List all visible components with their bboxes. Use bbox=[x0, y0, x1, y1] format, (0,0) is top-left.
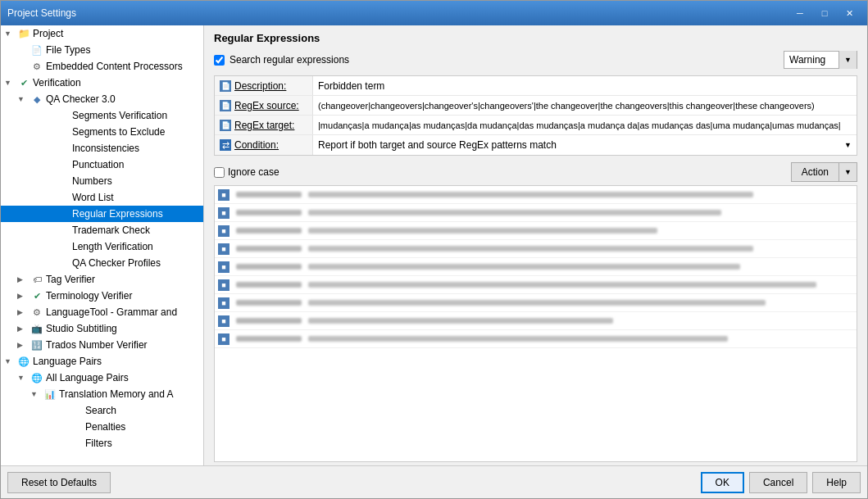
tree-item-languagetool[interactable]: ▶ ⚙ LanguageTool - Grammar and bbox=[1, 304, 203, 320]
tree-arrow-tmem: ▼ bbox=[30, 390, 43, 398]
table-row[interactable]: ■ bbox=[215, 276, 857, 294]
tree-item-verification[interactable]: ▼ ✔ Verification bbox=[1, 75, 203, 91]
tree-item-translation-memory[interactable]: ▼ 📊 Translation Memory and A bbox=[1, 386, 203, 402]
tree-item-terminology-verifier[interactable]: ▶ ✔ Terminology Verifier bbox=[1, 288, 203, 304]
tree-item-search[interactable]: Search bbox=[1, 402, 203, 419]
tree-label-file-types: File Types bbox=[46, 44, 90, 56]
table-row[interactable]: ■ bbox=[215, 240, 857, 258]
description-field-icon: 📄 bbox=[220, 80, 231, 92]
warning-dropdown-arrow[interactable]: ▼ bbox=[838, 51, 857, 69]
table-row-col1 bbox=[236, 210, 302, 215]
dash-icon-search bbox=[70, 404, 83, 417]
ignore-case-label: Ignore case bbox=[228, 166, 279, 178]
regex-source-value-text: (changeover|changeovers|changeover's|cha… bbox=[318, 101, 815, 111]
tree-item-all-language-pairs[interactable]: ▼ 🌐 All Language Pairs bbox=[1, 370, 203, 386]
table-row[interactable]: ■ bbox=[215, 258, 857, 276]
dash-icon-incon bbox=[57, 142, 70, 155]
tree-arrow-termv: ▶ bbox=[17, 292, 30, 300]
minimize-button[interactable]: ─ bbox=[788, 5, 811, 21]
action-button[interactable]: Action bbox=[791, 162, 839, 182]
maximize-button[interactable]: □ bbox=[813, 5, 836, 21]
action-dropdown-button[interactable]: ▼ bbox=[839, 162, 857, 182]
qa-icon: ◆ bbox=[30, 93, 43, 106]
tree-label-numbers: Numbers bbox=[72, 175, 112, 187]
tag-icon-tv: 🏷 bbox=[30, 273, 43, 286]
dash-icon-filters bbox=[70, 437, 83, 450]
gear-icon-embedded: ⚙ bbox=[30, 60, 43, 73]
tree-item-qa-profiles[interactable]: QA Checker Profiles bbox=[1, 255, 203, 271]
tree-item-file-types[interactable]: 📄 File Types bbox=[1, 42, 203, 58]
reset-defaults-button[interactable]: Reset to Defaults bbox=[7, 472, 111, 493]
tree-item-project[interactable]: ▼ 📁 Project bbox=[1, 25, 203, 42]
tree-item-regular-expressions[interactable]: Regular Expressions bbox=[1, 206, 203, 222]
help-button[interactable]: Help bbox=[812, 472, 861, 493]
table-row-icon: ■ bbox=[218, 279, 229, 291]
tree-item-numbers[interactable]: Numbers bbox=[1, 173, 203, 189]
tree-label-all-language-pairs: All Language Pairs bbox=[46, 372, 129, 383]
tree-item-embedded[interactable]: ⚙ Embedded Content Processors bbox=[1, 58, 203, 75]
tree-item-trados-number[interactable]: ▶ 🔢 Trados Number Verifier bbox=[1, 337, 203, 353]
table-row-col2 bbox=[308, 282, 816, 288]
data-table-container[interactable]: ■■■■■■■■■ bbox=[214, 185, 857, 462]
bottom-right: OK Cancel Help bbox=[701, 472, 861, 493]
dash-icon-sv bbox=[57, 109, 70, 122]
tree-arrow-lp: ▼ bbox=[4, 357, 17, 365]
tree-item-studio-subtitling[interactable]: ▶ 📺 Studio Subtitling bbox=[1, 320, 203, 337]
condition-value[interactable]: Report if both target and source RegEx p… bbox=[313, 135, 857, 155]
tree-label-languagetool: LanguageTool - Grammar and bbox=[46, 306, 177, 318]
tree-arrow-qa-checker: ▼ bbox=[17, 95, 30, 103]
tree-item-word-list[interactable]: Word List bbox=[1, 189, 203, 206]
table-row[interactable]: ■ bbox=[215, 312, 857, 330]
tree-label-search: Search bbox=[85, 405, 116, 416]
table-row-col2 bbox=[308, 210, 721, 215]
ok-button[interactable]: OK bbox=[701, 472, 744, 493]
search-checkbox[interactable] bbox=[214, 55, 225, 66]
tree-item-tag-verifier[interactable]: ▶ 🏷 Tag Verifier bbox=[1, 271, 203, 288]
doc-icon-file-types: 📄 bbox=[30, 43, 43, 57]
tree-arrow-project: ▼ bbox=[4, 29, 17, 38]
tree-arrow-alp: ▼ bbox=[17, 374, 30, 382]
panel-title: Regular Expressions bbox=[204, 25, 867, 48]
close-button[interactable]: ✕ bbox=[838, 5, 861, 21]
table-row[interactable]: ■ bbox=[215, 186, 857, 204]
tree-item-inconsistencies[interactable]: Inconsistencies bbox=[1, 140, 203, 157]
warning-label: Warning bbox=[784, 54, 838, 66]
bottom-left: Reset to Defaults bbox=[7, 472, 111, 493]
table-row-col2 bbox=[308, 192, 753, 197]
dash-icon-lv bbox=[57, 240, 70, 253]
table-row-icon: ■ bbox=[218, 243, 229, 255]
table-row[interactable]: ■ bbox=[215, 330, 857, 348]
table-row-icon: ■ bbox=[218, 225, 229, 237]
condition-label: ⇄ Condition: bbox=[215, 135, 313, 155]
table-row[interactable]: ■ bbox=[215, 294, 857, 312]
search-bar-left: Search regular expressions bbox=[214, 54, 349, 66]
table-row-col1 bbox=[236, 264, 302, 270]
table-row[interactable]: ■ bbox=[215, 204, 857, 222]
tree-item-segments-verification[interactable]: Segments Verification bbox=[1, 107, 203, 124]
title-bar: Project Settings ─ □ ✕ bbox=[1, 1, 867, 25]
table-row-icon: ■ bbox=[218, 207, 229, 219]
cancel-button[interactable]: Cancel bbox=[749, 472, 807, 493]
tree-label-tag-verifier: Tag Verifier bbox=[46, 274, 95, 285]
tree-item-language-pairs[interactable]: ▼ 🌐 Language Pairs bbox=[1, 353, 203, 370]
tree-item-filters[interactable]: Filters bbox=[1, 435, 203, 451]
table-row[interactable]: ■ bbox=[215, 222, 857, 240]
tree-item-segments-exclude[interactable]: Segments to Exclude bbox=[1, 124, 203, 140]
tree-item-qa-checker[interactable]: ▼ ◆ QA Checker 3.0 bbox=[1, 91, 203, 107]
ignore-case-checkbox[interactable] bbox=[214, 167, 225, 178]
condition-row: ⇄ Condition: Report if both target and s… bbox=[215, 135, 857, 155]
condition-field-icon: ⇄ bbox=[220, 139, 231, 151]
tree-item-punctuation[interactable]: Punctuation bbox=[1, 157, 203, 173]
table-row-col2 bbox=[308, 264, 740, 270]
tree-item-penalties[interactable]: Penalties bbox=[1, 419, 203, 435]
tree-scroll[interactable]: ▼ 📁 Project 📄 File Types ⚙ Embedded Cont bbox=[1, 25, 203, 465]
tree-label-language-pairs: Language Pairs bbox=[33, 356, 102, 367]
warning-dropdown[interactable]: Warning ▼ bbox=[784, 51, 857, 69]
regex-target-label: 📄 RegEx target: bbox=[215, 116, 313, 134]
table-row-col1 bbox=[236, 282, 302, 288]
check-icon-verification: ✔ bbox=[17, 76, 30, 89]
tree-item-trademark[interactable]: Trademark Check bbox=[1, 222, 203, 238]
tree-label-trados-number: Trados Number Verifier bbox=[46, 339, 148, 351]
tree-panel: ▼ 📁 Project 📄 File Types ⚙ Embedded Cont bbox=[1, 25, 204, 465]
tree-item-length-verification[interactable]: Length Verification bbox=[1, 238, 203, 255]
